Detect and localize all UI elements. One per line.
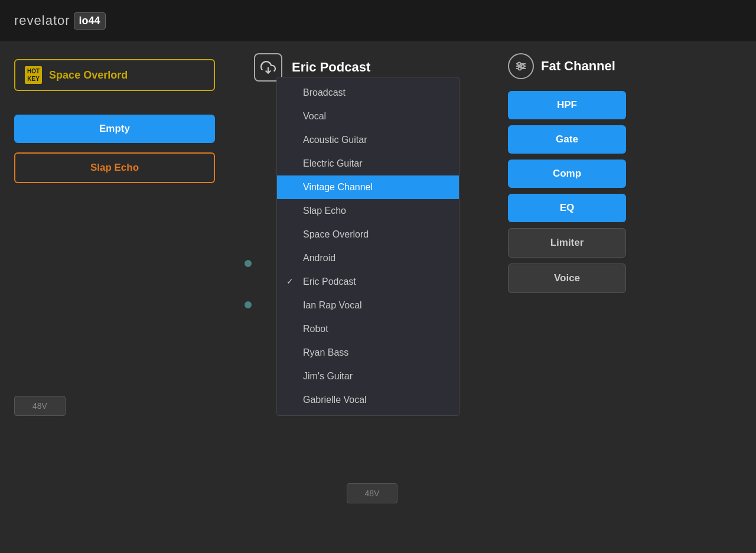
- phantom-power-left-label: 48V: [32, 401, 47, 411]
- dropdown-item[interactable]: Ryan Bass: [277, 341, 459, 365]
- svg-point-4: [518, 63, 521, 66]
- phantom-power-mid-label: 48V: [365, 489, 380, 498]
- dropdown-item[interactable]: Broadcast: [277, 81, 459, 105]
- dropdown-item[interactable]: Space Overlord: [277, 223, 459, 246]
- fat-channel-gate-button[interactable]: Gate: [508, 125, 626, 154]
- logo-badge-text: io44: [79, 15, 100, 27]
- fat-channel-buttons: HPFGateCompEQLimiterVoice: [508, 91, 626, 293]
- fat-channel-header: Fat Channel: [508, 53, 744, 79]
- dropdown-item[interactable]: Gabrielle Vocal: [277, 388, 459, 412]
- fat-channel-limiter-button[interactable]: Limiter: [508, 228, 626, 258]
- connector-dot-top: [245, 260, 252, 267]
- phantom-power-mid-button[interactable]: 48V: [347, 483, 398, 503]
- download-icon: [260, 60, 276, 75]
- dropdown-item[interactable]: Android: [277, 246, 459, 270]
- fat-channel-icon: [508, 53, 534, 79]
- middle-panel: Eric Podcast BroadcastVocalAcoustic Guit…: [248, 41, 496, 553]
- dropdown-item[interactable]: Vintage Channel: [277, 175, 459, 199]
- right-panel: Fat Channel HPFGateCompEQLimiterVoice: [496, 41, 756, 553]
- main-content: HOT KEY Space Overlord Empty Slap Echo 4…: [0, 41, 756, 553]
- phantom-power-left-button[interactable]: 48V: [14, 396, 66, 416]
- dropdown-item[interactable]: Acoustic Guitar: [277, 128, 459, 152]
- svg-point-6: [519, 67, 522, 70]
- fat-channel-hpf-button[interactable]: HPF: [508, 91, 626, 119]
- empty-button[interactable]: Empty: [14, 115, 215, 143]
- header: revelator io44: [0, 0, 756, 41]
- logo-text: revelator: [14, 13, 70, 28]
- fat-channel-title: Fat Channel: [541, 58, 615, 74]
- dropdown-item[interactable]: Vocal: [277, 105, 459, 128]
- dropdown-item[interactable]: Electric Guitar: [277, 152, 459, 175]
- dropdown-item[interactable]: Ian Rap Vocal: [277, 294, 459, 317]
- fat-channel-eq-button[interactable]: EQ: [508, 194, 626, 222]
- dropdown-menu: BroadcastVocalAcoustic GuitarElectric Gu…: [276, 77, 460, 416]
- slap-echo-button-label: Slap Echo: [90, 162, 139, 174]
- preset-name[interactable]: Eric Podcast: [292, 60, 370, 75]
- fat-channel-settings-icon: [514, 60, 527, 73]
- slap-echo-button[interactable]: Slap Echo: [14, 152, 215, 183]
- connector-dot-bottom: [245, 301, 252, 308]
- fat-channel-voice-button[interactable]: Voice: [508, 264, 626, 293]
- left-panel: HOT KEY Space Overlord Empty Slap Echo 4…: [0, 41, 248, 553]
- fat-channel-comp-button[interactable]: Comp: [508, 160, 626, 188]
- logo-badge: io44: [74, 12, 106, 30]
- dropdown-item[interactable]: Robot: [277, 317, 459, 341]
- svg-point-5: [522, 65, 524, 68]
- hotkey-button[interactable]: HOT KEY Space Overlord: [14, 59, 215, 91]
- hotkey-preset-name: Space Overlord: [49, 69, 128, 82]
- dropdown-item[interactable]: Slap Echo: [277, 199, 459, 223]
- dropdown-item[interactable]: Eric Podcast: [277, 270, 459, 294]
- dropdown-item[interactable]: Jim's Guitar: [277, 365, 459, 388]
- empty-button-label: Empty: [99, 123, 130, 135]
- hotkey-badge: HOT KEY: [25, 66, 42, 84]
